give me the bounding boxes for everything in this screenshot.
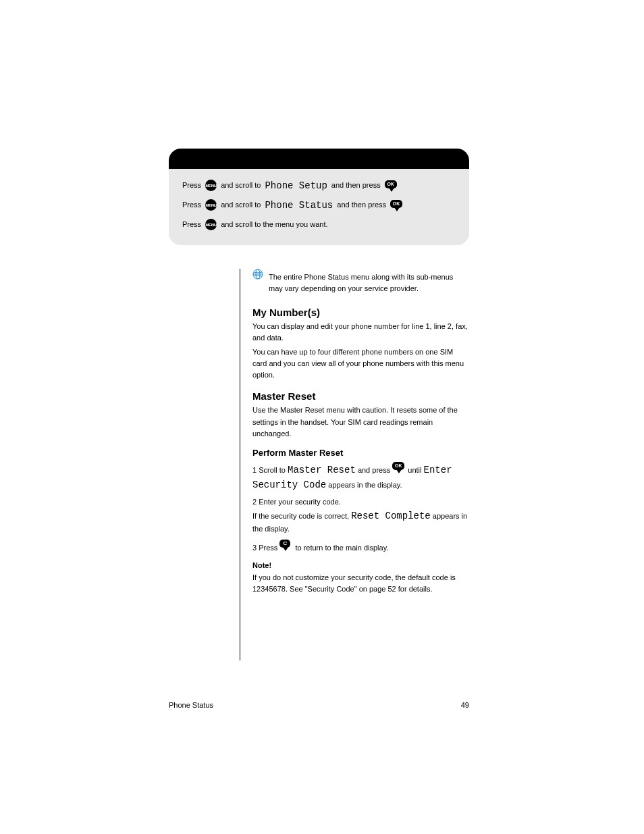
step-text: to return to the main display. xyxy=(295,544,388,552)
menu-icon: MENU xyxy=(205,219,217,230)
ui-label: Reset Complete xyxy=(351,511,431,521)
footer-page-number: 49 xyxy=(461,701,469,709)
heading-master-reset: Master Reset xyxy=(252,390,469,402)
footer-left: Phone Status xyxy=(169,701,213,709)
step-2: 2 Enter your security code. If the secur… xyxy=(252,496,469,536)
heading-perform-master-reset: Perform Master Reset xyxy=(252,448,469,458)
step-text: appears in the display. xyxy=(328,481,402,489)
ui-label: Master Reset xyxy=(288,465,356,475)
step-text: 1 Scroll to xyxy=(252,466,286,474)
globe-note-row: The entire Phone Status menu along with … xyxy=(252,269,469,297)
step-text: 2 Enter your security code. xyxy=(252,498,341,506)
nav-box: Press MENU and scroll to Phone Setup and… xyxy=(169,149,469,245)
step-text: If the security code is correct, xyxy=(252,512,349,520)
globe-icon xyxy=(252,269,263,280)
nav-text: and scroll to xyxy=(221,180,261,191)
step-text: 3 Press xyxy=(252,544,277,552)
nav-box-header-bar xyxy=(169,149,469,169)
nav-text: and scroll to the menu you want. xyxy=(221,219,327,230)
ok-icon: OK xyxy=(385,180,398,191)
globe-note-text: The entire Phone Status menu along with … xyxy=(269,271,469,294)
nav-row: Press MENU and scroll to Phone Status an… xyxy=(182,197,456,213)
nav-row: Press MENU and scroll to the menu you wa… xyxy=(182,216,456,233)
menu-icon: MENU xyxy=(205,199,217,211)
main-content-column: The entire Phone Status menu along with … xyxy=(240,269,469,660)
paragraph: You can display and edit your phone numb… xyxy=(252,321,469,344)
paragraph: Use the Master Reset menu with caution. … xyxy=(252,405,469,439)
nav-text: Press xyxy=(182,199,201,211)
step-text: until xyxy=(408,466,421,474)
c-icon: C xyxy=(279,540,293,550)
step-text: and press xyxy=(358,466,390,474)
nav-text: Press xyxy=(182,219,201,230)
ok-icon: OK xyxy=(390,200,404,211)
nav-text: and scroll to xyxy=(221,199,261,211)
nav-text: Press xyxy=(182,180,201,191)
paragraph: You can have up to four different phone … xyxy=(252,346,469,381)
step-1: 1 Scroll to Master Reset and press OK un… xyxy=(252,462,469,493)
nav-text: and then press xyxy=(331,180,381,191)
menu-icon: MENU xyxy=(205,180,217,191)
page-footer: Phone Status 49 xyxy=(169,701,469,709)
heading-my-numbers: My Number(s) xyxy=(252,307,469,318)
nav-target: Phone Setup xyxy=(265,178,327,193)
ok-icon: OK xyxy=(392,462,406,473)
note-paragraph: If you do not customize your security co… xyxy=(252,572,469,595)
note-heading: Note! xyxy=(252,561,469,569)
nav-target: Phone Status xyxy=(265,198,333,213)
nav-text: and then press xyxy=(337,199,386,211)
nav-row: Press MENU and scroll to Phone Setup and… xyxy=(182,177,456,194)
step-3: 3 Press C to return to the main display. xyxy=(252,540,469,554)
